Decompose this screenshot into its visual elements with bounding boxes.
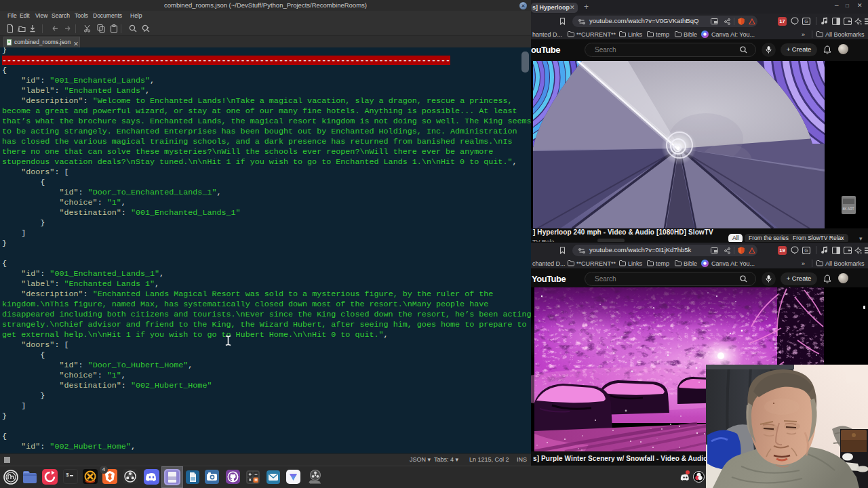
- svg-text:G: G: [804, 19, 808, 24]
- svg-text:8K ART: 8K ART: [842, 207, 854, 211]
- svg-text:G: G: [804, 248, 808, 253]
- svg-text:$: $: [66, 472, 69, 478]
